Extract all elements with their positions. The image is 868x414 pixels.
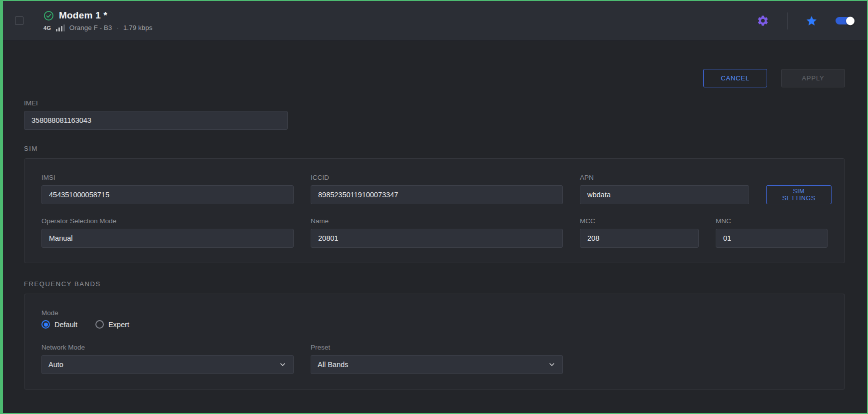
- form-actions: CANCEL APPLY: [24, 69, 845, 87]
- network-mode-select[interactable]: Auto: [41, 355, 294, 374]
- iccid-field: ICCID: [311, 174, 563, 204]
- frequency-bands-section-label: FREQUENCY BANDS: [24, 280, 845, 288]
- modem-select-checkbox[interactable]: [15, 16, 23, 25]
- chevron-down-icon: [548, 361, 556, 369]
- mode-option-default[interactable]: Default: [41, 320, 77, 329]
- toggle-knob: [846, 16, 855, 25]
- imsi-label: IMSI: [41, 174, 294, 181]
- favorite-star-icon[interactable]: [806, 15, 818, 27]
- network-type-label: 4G: [43, 25, 51, 31]
- preset-field: Preset All Bands: [311, 344, 563, 374]
- operator-band-label: Orange F - B3: [69, 24, 112, 31]
- name-input[interactable]: [311, 229, 563, 248]
- mcc-input[interactable]: [580, 229, 699, 248]
- iccid-input[interactable]: [311, 185, 563, 204]
- preset-label: Preset: [311, 344, 563, 351]
- mnc-input[interactable]: [716, 229, 828, 248]
- modem-settings-content: CANCEL APPLY IMEI SIM IMSI ICCID APN: [3, 41, 867, 413]
- preset-value: All Bands: [318, 361, 348, 369]
- imei-label: IMEI: [24, 99, 288, 107]
- mode-option-expert[interactable]: Expert: [95, 320, 129, 329]
- mcc-label: MCC: [580, 217, 699, 225]
- apply-button[interactable]: APPLY: [781, 69, 845, 87]
- apn-input[interactable]: [580, 185, 749, 204]
- imei-input[interactable]: [24, 111, 288, 130]
- operator-selection-mode-input[interactable]: [41, 229, 294, 248]
- mode-radio-group: Default Expert: [41, 320, 828, 329]
- mode-block: Mode Default Expert: [41, 309, 828, 329]
- name-label: Name: [311, 217, 563, 225]
- signal-strength-icon: [56, 24, 65, 31]
- name-field: Name: [311, 217, 563, 248]
- sim-panel: IMSI ICCID APN SIM SETTINGS Operator Sel: [24, 158, 845, 263]
- modem-info: Modem 1 * 4G Orange F - B3 · 1.79 kbps: [43, 10, 152, 31]
- frequency-bands-panel: Mode Default Expert Network Mode: [24, 294, 845, 390]
- preset-select[interactable]: All Bands: [311, 355, 563, 374]
- apn-label: APN: [580, 174, 749, 181]
- apn-field: APN: [580, 174, 749, 204]
- modem-config-page: Modem 1 * 4G Orange F - B3 · 1.79 kbps: [0, 0, 868, 414]
- bitrate-label: 1.79 kbps: [123, 24, 153, 31]
- connected-check-icon: [43, 10, 54, 21]
- header-divider: [787, 12, 788, 29]
- mnc-label: MNC: [716, 217, 828, 225]
- iccid-label: ICCID: [311, 174, 563, 181]
- mnc-field: MNC: [716, 217, 828, 248]
- settings-gear-icon[interactable]: [757, 14, 769, 27]
- sim-settings-button[interactable]: SIM SETTINGS: [766, 185, 832, 204]
- operator-selection-mode-field: Operator Selection Mode: [41, 217, 294, 248]
- network-mode-field: Network Mode Auto: [41, 344, 294, 374]
- modem-title: Modem 1 *: [59, 10, 107, 21]
- chevron-down-icon: [279, 361, 287, 369]
- imsi-field: IMSI: [41, 174, 294, 204]
- mcc-field: MCC: [580, 217, 699, 248]
- connection-status: 4G Orange F - B3 · 1.79 kbps: [43, 24, 152, 31]
- radio-selected-icon: [41, 320, 50, 329]
- network-mode-value: Auto: [48, 361, 63, 369]
- radio-unselected-icon: [95, 320, 104, 329]
- imei-field: IMEI: [24, 99, 288, 130]
- separator-dot: ·: [116, 24, 119, 31]
- header-actions: [757, 12, 854, 29]
- operator-selection-mode-label: Operator Selection Mode: [41, 217, 294, 225]
- cancel-button[interactable]: CANCEL: [703, 69, 767, 87]
- imsi-input[interactable]: [41, 185, 294, 204]
- mode-label: Mode: [41, 309, 828, 317]
- network-mode-label: Network Mode: [41, 344, 294, 351]
- modem-header: Modem 1 * 4G Orange F - B3 · 1.79 kbps: [3, 1, 867, 41]
- modem-enable-toggle[interactable]: [836, 17, 854, 24]
- sim-section-label: SIM: [24, 145, 845, 152]
